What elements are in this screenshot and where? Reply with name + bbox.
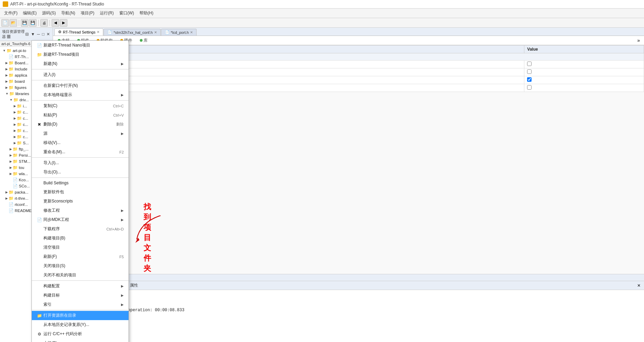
ctx-item-17[interactable]: 导出(O)... bbox=[32, 168, 129, 177]
val-touchgfx[interactable] bbox=[524, 76, 644, 84]
ctx-item-13[interactable]: 移动(V)... bbox=[32, 138, 129, 147]
menu-project[interactable]: 项目(P) bbox=[78, 9, 97, 17]
ctx-label-36: 从本地历史记录复原(Y)... bbox=[37, 322, 89, 328]
ctx-icon-12 bbox=[37, 131, 42, 136]
section-external-libraries[interactable]: ▼ External Libraries bbox=[53, 53, 644, 61]
tree-arrow-15: ▶ bbox=[14, 141, 16, 145]
tree-icon-22: 📄 bbox=[13, 184, 18, 188]
ctx-item-38[interactable]: 小组(E)▶ bbox=[32, 339, 129, 342]
ctx-label-20: 更新软件包 bbox=[37, 189, 64, 195]
ctx-item-28[interactable]: 关闭项目(S) bbox=[32, 261, 129, 271]
settings-tab-lib[interactable]: 库 bbox=[137, 37, 150, 44]
ctx-item-25[interactable]: 构建项目(B) bbox=[32, 234, 129, 243]
ctx-item-36[interactable]: 从本地历史记录复原(Y)... bbox=[32, 320, 129, 329]
tree-arrow-6: ▶ bbox=[5, 86, 8, 89]
ctx-item-24[interactable]: 下载程序Ctrl+Alt+D bbox=[32, 224, 129, 234]
sidebar-max-icon[interactable]: □ bbox=[41, 31, 45, 37]
collapse-panel-btn[interactable]: » bbox=[635, 37, 642, 44]
ctx-sub-12: ▶ bbox=[121, 132, 124, 135]
ctx-item-20[interactable]: 更新软件包 bbox=[32, 187, 129, 197]
ctx-label-32: 构建目标 bbox=[37, 292, 60, 298]
ctx-item-12[interactable]: 源▶ bbox=[32, 129, 129, 138]
menu-nav[interactable]: 导航(N) bbox=[58, 9, 78, 17]
ctx-item-10[interactable]: 粘贴(P)Ctrl+V bbox=[32, 110, 129, 120]
ctx-item-6[interactable]: 在新窗口中打开(N) bbox=[32, 81, 129, 90]
ctx-item-29[interactable]: 关闭不相关的项目 bbox=[32, 271, 129, 280]
ctx-item-32[interactable]: 构建目标▶ bbox=[32, 291, 129, 300]
ctx-label-16: 导入(I)... bbox=[37, 160, 59, 166]
val-ftp[interactable] bbox=[524, 84, 644, 92]
ctx-item-21[interactable]: 更新Sconscripts bbox=[32, 197, 129, 206]
col-value: Value bbox=[524, 45, 644, 53]
ctx-icon-7 bbox=[37, 92, 42, 98]
ctx-item-7[interactable]: 在本地终端显示▶ bbox=[32, 90, 129, 100]
tree-label-9: i... bbox=[23, 104, 27, 108]
val-ota[interactable] bbox=[524, 68, 644, 76]
toolbar-btn-prev[interactable]: ◀ bbox=[52, 19, 59, 27]
tree-icon-26: 📄 bbox=[9, 208, 14, 213]
sidebar-min-icon[interactable]: ─ bbox=[36, 31, 41, 37]
ctx-sub-31: ▶ bbox=[121, 284, 124, 288]
toolbar-btn-print[interactable]: 🖨 bbox=[40, 19, 48, 27]
menu-run[interactable]: 运行(R) bbox=[97, 9, 117, 17]
tree-icon-19: 📁 bbox=[13, 165, 18, 170]
ctx-item-0[interactable]: 📄新建RT-Thread Nano项目 bbox=[32, 41, 129, 50]
checkbox-ota[interactable] bbox=[527, 69, 532, 74]
sidebar-collapse-icon[interactable]: ⊟ bbox=[25, 31, 29, 37]
menu-file[interactable]: 文件(F) bbox=[1, 9, 20, 17]
ctx-item-2[interactable]: 新建(N)▶ bbox=[32, 59, 129, 68]
ctx-item-14[interactable]: 重命名(M)...F2 bbox=[32, 147, 129, 157]
ctx-item-11[interactable]: ✖删除(D)删除 bbox=[32, 120, 129, 129]
ctx-label-6: 在新窗口中打开(N) bbox=[37, 83, 78, 89]
log-line-2: File download complete bbox=[56, 303, 641, 308]
checkbox-ftp[interactable] bbox=[527, 85, 532, 90]
ctx-sub-23: ▶ bbox=[121, 218, 124, 222]
tab-close-hal[interactable]: ✕ bbox=[154, 30, 157, 34]
val-wifi[interactable] bbox=[524, 61, 644, 68]
toolbar-btn-open[interactable]: 📂 bbox=[10, 19, 17, 27]
menu-source[interactable]: 源码(S) bbox=[39, 9, 58, 17]
bottom-panel-close[interactable]: ✕ bbox=[635, 282, 643, 289]
ctx-item-4[interactable]: 进入(I) bbox=[32, 70, 129, 79]
tree-icon-5: 📁 bbox=[9, 79, 14, 84]
ctx-item-31[interactable]: 构建配置▶ bbox=[32, 281, 129, 291]
toolbar-btn-next[interactable]: ▶ bbox=[60, 19, 67, 27]
ctx-item-22[interactable]: 修改工程▶ bbox=[32, 206, 129, 215]
toolbar-btn-saveall[interactable]: 💾 bbox=[29, 19, 37, 27]
tree-label-0: art-pi-to bbox=[13, 49, 26, 53]
sidebar-menu-icon[interactable]: ▼ bbox=[30, 31, 36, 37]
tab-icon-hal: 📄 bbox=[107, 30, 112, 35]
ctx-label-33: 索引 bbox=[37, 302, 52, 307]
ctx-sub-33: ▶ bbox=[121, 303, 124, 306]
menu-edit[interactable]: 编辑(E) bbox=[20, 9, 39, 17]
tab-close-lcd[interactable]: ✕ bbox=[190, 30, 193, 34]
ctx-item-35[interactable]: 📁打开资源所在目录 bbox=[32, 311, 129, 320]
ctx-item-1[interactable]: 📁新建RT-Thread项目 bbox=[32, 50, 129, 59]
menu-help[interactable]: 帮助(H) bbox=[137, 9, 156, 17]
ctx-sep-34 bbox=[32, 310, 129, 310]
ctx-item-26[interactable]: 清空项目 bbox=[32, 243, 129, 252]
ctx-item-19[interactable]: Build Settings bbox=[32, 179, 129, 187]
ctx-item-37[interactable]: ⚙运行 C/C++ 代码分析 bbox=[32, 329, 129, 339]
toolbar-btn-save[interactable]: 💾 bbox=[21, 19, 28, 27]
ctx-shortcut-11: 删除 bbox=[116, 122, 124, 127]
sidebar-close-icon[interactable]: ✕ bbox=[46, 31, 51, 37]
checkbox-wifi[interactable] bbox=[527, 62, 532, 66]
tab-close-settings[interactable]: ✕ bbox=[97, 30, 99, 34]
ctx-item-33[interactable]: 索引▶ bbox=[32, 300, 129, 309]
ctx-label-24: 下载程序 bbox=[37, 226, 60, 232]
ctx-item-16[interactable]: 导入(I)... bbox=[32, 158, 129, 168]
ctx-icon-1: 📁 bbox=[37, 52, 42, 57]
ctx-item-23[interactable]: 📄同步MDK工程▶ bbox=[32, 215, 129, 224]
tab-icon-settings: ⚙ bbox=[58, 30, 62, 34]
editor-tab-hal[interactable]: 📄 *stm32h7xx_hal_conf.h ✕ bbox=[104, 29, 160, 36]
editor-tab-settings[interactable]: ⚙ RT-Thread Settings ✕ bbox=[54, 28, 103, 36]
tree-label-1: RT-Th... bbox=[15, 55, 29, 59]
ctx-item-9[interactable]: 复制(C)Ctrl+C bbox=[32, 101, 129, 110]
toolbar-btn-new[interactable]: 📄 bbox=[1, 19, 9, 27]
editor-tab-lcd[interactable]: 📄 *lcd_port.h ✕ bbox=[161, 29, 197, 36]
menu-window[interactable]: 窗口(W) bbox=[117, 9, 137, 17]
checkbox-touchgfx[interactable] bbox=[527, 77, 532, 82]
ctx-shortcut-27: F5 bbox=[119, 255, 124, 259]
ctx-item-27[interactable]: 刷新(F)F5 bbox=[32, 252, 129, 261]
